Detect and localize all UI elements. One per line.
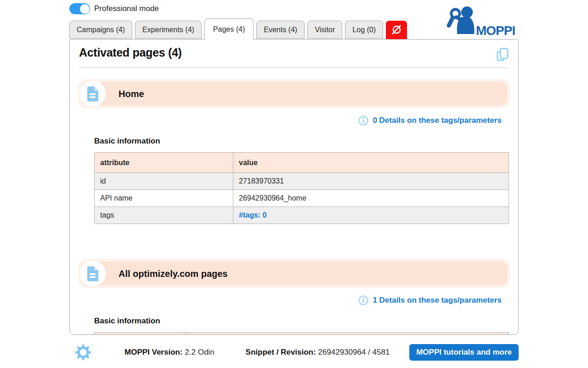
basic-information-title: Basic information <box>94 137 518 146</box>
basic-information-table-partial <box>94 332 509 335</box>
toggle-knob <box>80 4 90 14</box>
basic-information-title: Basic information <box>94 316 518 326</box>
header-cell-attribute <box>95 333 187 335</box>
page-document-icon <box>86 86 100 102</box>
page-name: All optimizely.com pages <box>119 268 227 279</box>
info-icon <box>358 115 368 126</box>
page-icon-circle <box>79 260 106 287</box>
details-link[interactable]: 1 Details on these tags/parameters <box>373 296 502 305</box>
tab-log[interactable]: Log (0) <box>345 21 383 39</box>
version-info: MOPPI Version: 2.2 Odin <box>124 348 215 357</box>
table-header-row <box>95 333 509 335</box>
table-row: id 27183970331 <box>95 173 509 190</box>
cell-attribute: API name <box>95 190 233 207</box>
header-cell-value: value <box>233 153 509 173</box>
tab-events[interactable]: Events (4) <box>256 21 305 39</box>
cell-value: #tags: 0 <box>233 207 509 224</box>
snippet-value: 26942930964 / 4581 <box>318 348 390 356</box>
eye-off-icon <box>390 24 402 36</box>
details-row: 1 Details on these tags/parameters <box>70 295 502 305</box>
tab-campaigns[interactable]: Campaigns (4) <box>69 21 132 39</box>
gear-icon <box>75 344 91 361</box>
details-row: 0 Details on these tags/parameters <box>70 115 502 126</box>
page-icon-circle <box>79 80 106 107</box>
settings-button[interactable] <box>75 344 91 361</box>
copy-icon <box>496 47 509 62</box>
tutorials-button[interactable]: MOPPI tutorials and more <box>409 344 519 361</box>
professional-mode-row: Professional mode <box>69 3 159 14</box>
tab-visitor[interactable]: Visitor <box>307 21 342 39</box>
copy-button[interactable] <box>496 47 509 64</box>
page-card-all-pages[interactable]: All optimizely.com pages <box>78 259 510 288</box>
version-label: MOPPI Version: <box>124 348 183 356</box>
cell-attribute: id <box>95 173 233 190</box>
page-card-home-bg <box>81 82 507 105</box>
tab-visitor-label: Visitor <box>315 26 335 34</box>
version-value: 2.2 Odin <box>185 348 214 356</box>
pages-panel: Activated pages (4) Home <box>69 39 519 335</box>
moppi-logo-text: MOPPI <box>476 24 515 37</box>
page-name: Home <box>119 88 144 99</box>
tab-campaigns-label: Campaigns (4) <box>77 26 125 34</box>
tab-log-label: Log (0) <box>352 26 376 34</box>
tab-pages-label: Pages (4) <box>213 25 245 34</box>
cell-value: 26942930964_home <box>233 190 509 207</box>
details-link[interactable]: 0 Details on these tags/parameters <box>373 116 502 125</box>
moppi-logo: MOPPI <box>447 6 520 37</box>
page-card-home[interactable]: Home <box>78 79 510 108</box>
header-cell-value <box>187 333 509 335</box>
professional-mode-toggle[interactable] <box>69 3 90 14</box>
tab-bar: Campaigns (4) Experiments (4) Pages (4) … <box>69 18 410 40</box>
tab-experiments-label: Experiments (4) <box>142 26 194 34</box>
page-document-icon <box>86 266 100 282</box>
table-row: API name 26942930964_home <box>95 190 509 207</box>
page-title: Activated pages (4) <box>79 46 182 59</box>
basic-information-table: attribute value id 27183970331 API name … <box>94 152 509 224</box>
header-cell-attribute: attribute <box>95 153 233 173</box>
panel-header: Activated pages (4) <box>79 46 509 68</box>
info-icon <box>358 295 368 305</box>
tab-experiments[interactable]: Experiments (4) <box>135 21 202 39</box>
snippet-label: Snippet / Revision: <box>246 348 316 356</box>
tags-link[interactable]: #tags: 0 <box>239 211 266 219</box>
snippet-revision-info: Snippet / Revision: 26942930964 / 4581 <box>246 348 390 357</box>
table-row: tags #tags: 0 <box>95 207 509 224</box>
moppi-debugger-root: Professional mode MOPPI Campaigns (4) Ex… <box>0 0 588 368</box>
cell-attribute: tags <box>95 207 233 224</box>
tab-events-label: Events (4) <box>264 26 297 34</box>
table-header-row: attribute value <box>95 153 509 173</box>
footer: MOPPI Version: 2.2 Odin Snippet / Revisi… <box>69 342 519 362</box>
cell-value: 27183970331 <box>233 173 509 190</box>
moppi-detective-icon <box>447 6 477 35</box>
professional-mode-label: Professional mode <box>94 4 159 13</box>
tab-pages[interactable]: Pages (4) <box>204 18 254 40</box>
tab-disable[interactable] <box>386 21 407 39</box>
